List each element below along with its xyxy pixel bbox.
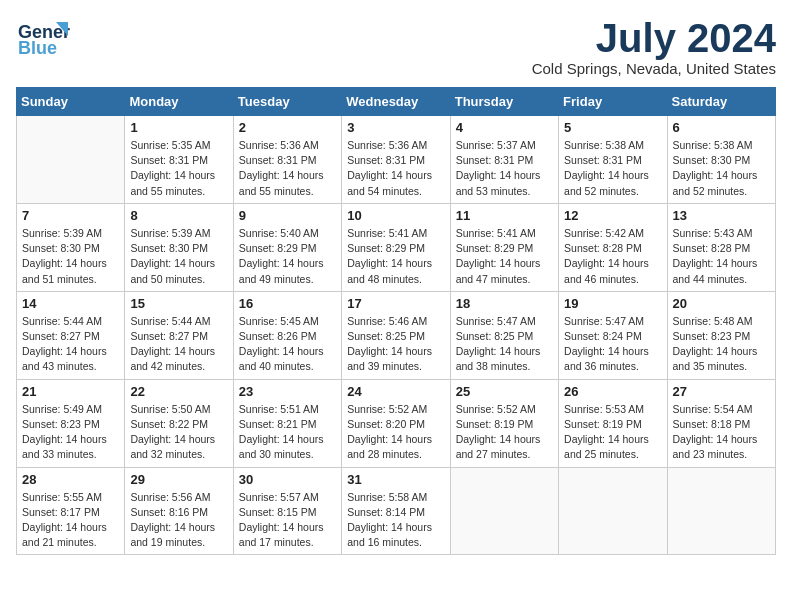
calendar-header-thursday: Thursday bbox=[450, 88, 558, 116]
day-info: Sunrise: 5:43 AMSunset: 8:28 PMDaylight:… bbox=[673, 226, 770, 287]
day-number: 13 bbox=[673, 208, 770, 223]
header: General Blue July 2024 Cold Springs, Nev… bbox=[16, 16, 776, 77]
calendar-cell: 10Sunrise: 5:41 AMSunset: 8:29 PMDayligh… bbox=[342, 203, 450, 291]
day-number: 5 bbox=[564, 120, 661, 135]
day-number: 24 bbox=[347, 384, 444, 399]
calendar-cell: 11Sunrise: 5:41 AMSunset: 8:29 PMDayligh… bbox=[450, 203, 558, 291]
calendar-cell: 4Sunrise: 5:37 AMSunset: 8:31 PMDaylight… bbox=[450, 116, 558, 204]
calendar-table: SundayMondayTuesdayWednesdayThursdayFrid… bbox=[16, 87, 776, 555]
calendar-week-row: 1Sunrise: 5:35 AMSunset: 8:31 PMDaylight… bbox=[17, 116, 776, 204]
day-number: 3 bbox=[347, 120, 444, 135]
day-number: 27 bbox=[673, 384, 770, 399]
day-number: 6 bbox=[673, 120, 770, 135]
calendar-header-tuesday: Tuesday bbox=[233, 88, 341, 116]
day-info: Sunrise: 5:37 AMSunset: 8:31 PMDaylight:… bbox=[456, 138, 553, 199]
calendar-cell bbox=[667, 467, 775, 555]
calendar-cell: 21Sunrise: 5:49 AMSunset: 8:23 PMDayligh… bbox=[17, 379, 125, 467]
calendar-cell: 26Sunrise: 5:53 AMSunset: 8:19 PMDayligh… bbox=[559, 379, 667, 467]
day-number: 9 bbox=[239, 208, 336, 223]
logo-icon: General Blue bbox=[16, 16, 70, 64]
location: Cold Springs, Nevada, United States bbox=[532, 60, 776, 77]
calendar-header-monday: Monday bbox=[125, 88, 233, 116]
calendar-header-row: SundayMondayTuesdayWednesdayThursdayFrid… bbox=[17, 88, 776, 116]
day-info: Sunrise: 5:52 AMSunset: 8:19 PMDaylight:… bbox=[456, 402, 553, 463]
day-info: Sunrise: 5:38 AMSunset: 8:31 PMDaylight:… bbox=[564, 138, 661, 199]
calendar-cell: 12Sunrise: 5:42 AMSunset: 8:28 PMDayligh… bbox=[559, 203, 667, 291]
day-info: Sunrise: 5:40 AMSunset: 8:29 PMDaylight:… bbox=[239, 226, 336, 287]
day-number: 29 bbox=[130, 472, 227, 487]
calendar-week-row: 7Sunrise: 5:39 AMSunset: 8:30 PMDaylight… bbox=[17, 203, 776, 291]
day-number: 30 bbox=[239, 472, 336, 487]
calendar-cell: 20Sunrise: 5:48 AMSunset: 8:23 PMDayligh… bbox=[667, 291, 775, 379]
day-info: Sunrise: 5:39 AMSunset: 8:30 PMDaylight:… bbox=[130, 226, 227, 287]
calendar-week-row: 28Sunrise: 5:55 AMSunset: 8:17 PMDayligh… bbox=[17, 467, 776, 555]
day-number: 2 bbox=[239, 120, 336, 135]
day-info: Sunrise: 5:51 AMSunset: 8:21 PMDaylight:… bbox=[239, 402, 336, 463]
day-info: Sunrise: 5:49 AMSunset: 8:23 PMDaylight:… bbox=[22, 402, 119, 463]
calendar-cell: 6Sunrise: 5:38 AMSunset: 8:30 PMDaylight… bbox=[667, 116, 775, 204]
day-number: 20 bbox=[673, 296, 770, 311]
day-info: Sunrise: 5:50 AMSunset: 8:22 PMDaylight:… bbox=[130, 402, 227, 463]
calendar-cell: 2Sunrise: 5:36 AMSunset: 8:31 PMDaylight… bbox=[233, 116, 341, 204]
day-info: Sunrise: 5:55 AMSunset: 8:17 PMDaylight:… bbox=[22, 490, 119, 551]
calendar-cell: 16Sunrise: 5:45 AMSunset: 8:26 PMDayligh… bbox=[233, 291, 341, 379]
day-info: Sunrise: 5:35 AMSunset: 8:31 PMDaylight:… bbox=[130, 138, 227, 199]
day-info: Sunrise: 5:42 AMSunset: 8:28 PMDaylight:… bbox=[564, 226, 661, 287]
svg-text:Blue: Blue bbox=[18, 38, 57, 58]
calendar-cell: 19Sunrise: 5:47 AMSunset: 8:24 PMDayligh… bbox=[559, 291, 667, 379]
day-number: 16 bbox=[239, 296, 336, 311]
calendar-cell bbox=[559, 467, 667, 555]
day-number: 11 bbox=[456, 208, 553, 223]
day-info: Sunrise: 5:58 AMSunset: 8:14 PMDaylight:… bbox=[347, 490, 444, 551]
day-number: 15 bbox=[130, 296, 227, 311]
calendar-cell: 1Sunrise: 5:35 AMSunset: 8:31 PMDaylight… bbox=[125, 116, 233, 204]
day-info: Sunrise: 5:36 AMSunset: 8:31 PMDaylight:… bbox=[239, 138, 336, 199]
day-info: Sunrise: 5:48 AMSunset: 8:23 PMDaylight:… bbox=[673, 314, 770, 375]
day-info: Sunrise: 5:46 AMSunset: 8:25 PMDaylight:… bbox=[347, 314, 444, 375]
day-number: 7 bbox=[22, 208, 119, 223]
calendar-cell: 13Sunrise: 5:43 AMSunset: 8:28 PMDayligh… bbox=[667, 203, 775, 291]
calendar-cell: 18Sunrise: 5:47 AMSunset: 8:25 PMDayligh… bbox=[450, 291, 558, 379]
calendar-cell: 30Sunrise: 5:57 AMSunset: 8:15 PMDayligh… bbox=[233, 467, 341, 555]
calendar-cell: 17Sunrise: 5:46 AMSunset: 8:25 PMDayligh… bbox=[342, 291, 450, 379]
calendar-cell: 28Sunrise: 5:55 AMSunset: 8:17 PMDayligh… bbox=[17, 467, 125, 555]
calendar-cell bbox=[17, 116, 125, 204]
day-number: 18 bbox=[456, 296, 553, 311]
day-info: Sunrise: 5:53 AMSunset: 8:19 PMDaylight:… bbox=[564, 402, 661, 463]
calendar-cell: 9Sunrise: 5:40 AMSunset: 8:29 PMDaylight… bbox=[233, 203, 341, 291]
day-info: Sunrise: 5:54 AMSunset: 8:18 PMDaylight:… bbox=[673, 402, 770, 463]
day-number: 26 bbox=[564, 384, 661, 399]
day-number: 25 bbox=[456, 384, 553, 399]
calendar-header-sunday: Sunday bbox=[17, 88, 125, 116]
day-number: 22 bbox=[130, 384, 227, 399]
day-info: Sunrise: 5:52 AMSunset: 8:20 PMDaylight:… bbox=[347, 402, 444, 463]
calendar-cell: 7Sunrise: 5:39 AMSunset: 8:30 PMDaylight… bbox=[17, 203, 125, 291]
day-info: Sunrise: 5:47 AMSunset: 8:25 PMDaylight:… bbox=[456, 314, 553, 375]
calendar-header-saturday: Saturday bbox=[667, 88, 775, 116]
day-number: 31 bbox=[347, 472, 444, 487]
calendar-week-row: 21Sunrise: 5:49 AMSunset: 8:23 PMDayligh… bbox=[17, 379, 776, 467]
day-number: 17 bbox=[347, 296, 444, 311]
calendar-cell: 15Sunrise: 5:44 AMSunset: 8:27 PMDayligh… bbox=[125, 291, 233, 379]
day-info: Sunrise: 5:36 AMSunset: 8:31 PMDaylight:… bbox=[347, 138, 444, 199]
day-number: 8 bbox=[130, 208, 227, 223]
calendar-cell: 27Sunrise: 5:54 AMSunset: 8:18 PMDayligh… bbox=[667, 379, 775, 467]
day-number: 21 bbox=[22, 384, 119, 399]
day-info: Sunrise: 5:47 AMSunset: 8:24 PMDaylight:… bbox=[564, 314, 661, 375]
day-number: 4 bbox=[456, 120, 553, 135]
day-info: Sunrise: 5:45 AMSunset: 8:26 PMDaylight:… bbox=[239, 314, 336, 375]
calendar-week-row: 14Sunrise: 5:44 AMSunset: 8:27 PMDayligh… bbox=[17, 291, 776, 379]
day-info: Sunrise: 5:57 AMSunset: 8:15 PMDaylight:… bbox=[239, 490, 336, 551]
logo: General Blue bbox=[16, 16, 70, 64]
day-number: 14 bbox=[22, 296, 119, 311]
calendar-cell: 3Sunrise: 5:36 AMSunset: 8:31 PMDaylight… bbox=[342, 116, 450, 204]
day-number: 19 bbox=[564, 296, 661, 311]
calendar-cell: 5Sunrise: 5:38 AMSunset: 8:31 PMDaylight… bbox=[559, 116, 667, 204]
calendar-cell: 14Sunrise: 5:44 AMSunset: 8:27 PMDayligh… bbox=[17, 291, 125, 379]
calendar-cell: 8Sunrise: 5:39 AMSunset: 8:30 PMDaylight… bbox=[125, 203, 233, 291]
calendar-cell: 25Sunrise: 5:52 AMSunset: 8:19 PMDayligh… bbox=[450, 379, 558, 467]
day-number: 12 bbox=[564, 208, 661, 223]
calendar-cell: 24Sunrise: 5:52 AMSunset: 8:20 PMDayligh… bbox=[342, 379, 450, 467]
calendar-cell: 23Sunrise: 5:51 AMSunset: 8:21 PMDayligh… bbox=[233, 379, 341, 467]
day-number: 23 bbox=[239, 384, 336, 399]
